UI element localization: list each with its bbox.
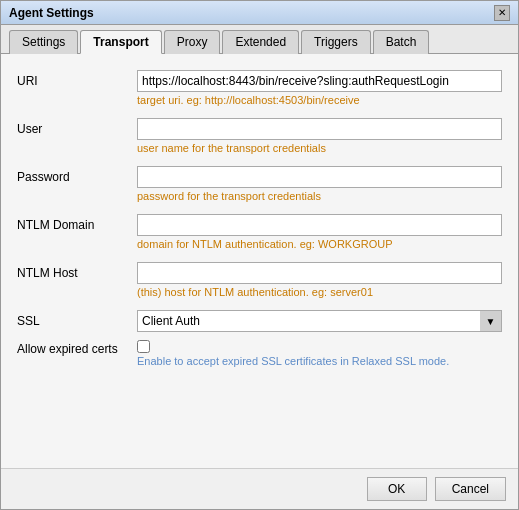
password-label: Password	[17, 166, 137, 184]
ssl-row: SSL Client Auth relaxed default ▼	[17, 310, 502, 332]
tab-settings[interactable]: Settings	[9, 30, 78, 54]
user-row: User user name for the transport credent…	[17, 118, 502, 162]
ntlm-domain-field: domain for NTLM authentication. eg: WORK…	[137, 214, 502, 258]
ntlm-domain-input[interactable]	[137, 214, 502, 236]
ntlm-host-field: (this) host for NTLM authentication. eg:…	[137, 262, 502, 306]
user-field: user name for the transport credentials	[137, 118, 502, 162]
tab-transport[interactable]: Transport	[80, 30, 161, 54]
ssl-select[interactable]: Client Auth relaxed default	[137, 310, 502, 332]
form-content: URI target uri. eg: http://localhost:450…	[1, 54, 518, 468]
user-input[interactable]	[137, 118, 502, 140]
ntlm-host-hint: (this) host for NTLM authentication. eg:…	[137, 286, 502, 298]
allow-expired-hint: Enable to accept expired SSL certificate…	[137, 355, 502, 367]
allow-expired-field: Enable to accept expired SSL certificate…	[137, 340, 502, 367]
ntlm-host-input[interactable]	[137, 262, 502, 284]
ntlm-host-row: NTLM Host (this) host for NTLM authentic…	[17, 262, 502, 306]
ssl-select-wrapper: Client Auth relaxed default ▼	[137, 310, 502, 332]
allow-expired-checkbox[interactable]	[137, 340, 150, 353]
password-field: password for the transport credentials	[137, 166, 502, 210]
user-label: User	[17, 118, 137, 136]
dialog: Agent Settings ✕ Settings Transport Prox…	[0, 0, 519, 510]
uri-label: URI	[17, 70, 137, 88]
tab-triggers[interactable]: Triggers	[301, 30, 371, 54]
ssl-field: Client Auth relaxed default ▼	[137, 310, 502, 332]
ntlm-host-label: NTLM Host	[17, 262, 137, 280]
ok-button[interactable]: OK	[367, 477, 427, 501]
uri-input[interactable]	[137, 70, 502, 92]
ssl-label: SSL	[17, 310, 137, 328]
tab-batch[interactable]: Batch	[373, 30, 430, 54]
ntlm-domain-row: NTLM Domain domain for NTLM authenticati…	[17, 214, 502, 258]
allow-expired-row: Allow expired certs Enable to accept exp…	[17, 340, 502, 367]
ntlm-domain-label: NTLM Domain	[17, 214, 137, 232]
title-bar: Agent Settings ✕	[1, 1, 518, 25]
tab-proxy[interactable]: Proxy	[164, 30, 221, 54]
dialog-footer: OK Cancel	[1, 468, 518, 509]
password-row: Password password for the transport cred…	[17, 166, 502, 210]
dialog-title: Agent Settings	[9, 6, 94, 20]
password-input[interactable]	[137, 166, 502, 188]
close-button[interactable]: ✕	[494, 5, 510, 21]
tab-extended[interactable]: Extended	[222, 30, 299, 54]
cancel-button[interactable]: Cancel	[435, 477, 506, 501]
ntlm-domain-hint: domain for NTLM authentication. eg: WORK…	[137, 238, 502, 250]
tab-bar: Settings Transport Proxy Extended Trigge…	[1, 25, 518, 54]
user-hint: user name for the transport credentials	[137, 142, 502, 154]
uri-row: URI target uri. eg: http://localhost:450…	[17, 70, 502, 114]
uri-field: target uri. eg: http://localhost:4503/bi…	[137, 70, 502, 114]
allow-expired-label: Allow expired certs	[17, 340, 137, 356]
uri-hint: target uri. eg: http://localhost:4503/bi…	[137, 94, 502, 106]
password-hint: password for the transport credentials	[137, 190, 502, 202]
